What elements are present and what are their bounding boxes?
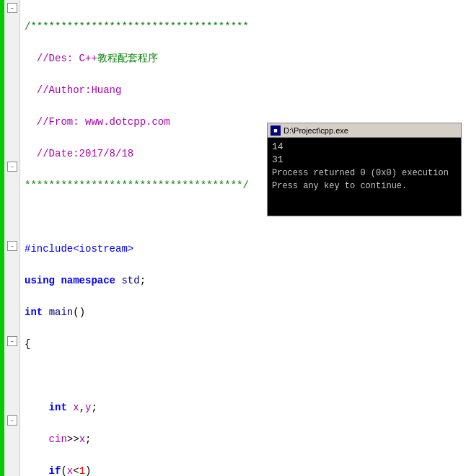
line-9: using namespace std; [25,273,463,288]
terminal-title: D:\Project\cpp.exe [283,126,458,135]
fold-3[interactable]: - [7,241,17,251]
terminal-window: ■ D:\Project\cpp.exe 14 31 Process retur… [267,123,462,216]
line-14: cin>>x; [25,431,463,447]
line-3: //Author:Huang [25,82,463,98]
line-10: int main() [25,304,463,320]
line-15: if(x<1) [25,463,463,476]
terminal-icon: ■ [271,125,281,136]
line-13: int x,y; [25,400,463,415]
fold-2[interactable]: - [7,162,17,172]
gutter: - - - - - [4,0,20,476]
code-editor: - - - - - /*****************************… [0,0,466,476]
terminal-output-1: 14 [272,141,457,154]
code-content: /************************************ //… [20,0,466,476]
line-8: #include<iostream> [25,241,463,257]
fold-5[interactable]: - [7,415,17,426]
line-2: //Des: C++教程配套程序 [25,50,463,66]
terminal-titlebar: ■ D:\Project\cpp.exe [268,123,461,138]
fold-4[interactable]: - [7,336,17,346]
terminal-info-2: Press any key to continue. [272,180,457,193]
line-1: /************************************ [25,19,463,35]
terminal-info-1: Process returned 0 (0x0) execution [272,167,457,180]
line-11: { [25,336,463,352]
terminal-output-2: 31 [272,154,457,167]
line-12 [25,368,463,384]
terminal-body: 14 31 Process returned 0 (0x0) execution… [268,138,461,195]
fold-1[interactable]: - [7,3,17,13]
